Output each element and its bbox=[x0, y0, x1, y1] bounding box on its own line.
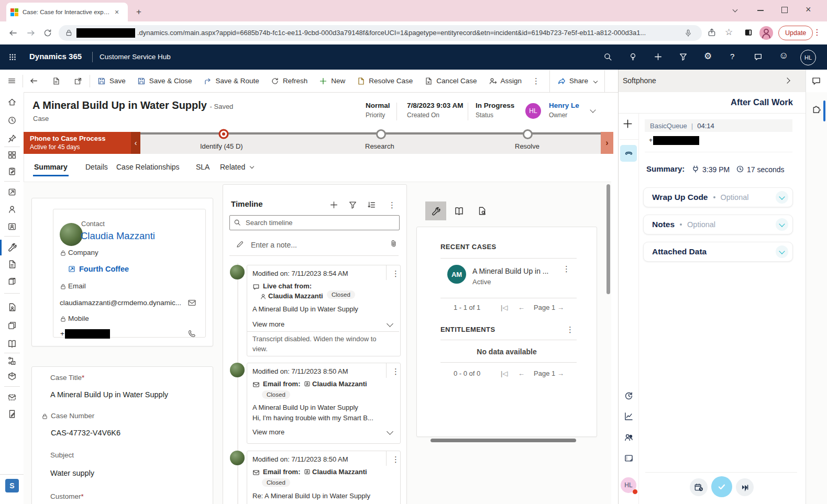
browser-reload-icon[interactable] bbox=[43, 28, 52, 38]
active-call-session-button[interactable] bbox=[620, 145, 637, 162]
tab-related-chevron-icon[interactable] bbox=[250, 164, 254, 169]
nav-connections-branch-icon[interactable] bbox=[7, 356, 17, 365]
horizontal-scrollbar[interactable] bbox=[431, 439, 576, 442]
window-menu-chevron-icon[interactable] bbox=[733, 5, 737, 13]
first-page-icon[interactable]: |◁ bbox=[501, 369, 508, 377]
browser-update-button[interactable]: Update bbox=[778, 26, 813, 40]
window-maximize-icon[interactable] bbox=[781, 7, 788, 13]
nav-mail-merge-icon[interactable] bbox=[7, 393, 17, 402]
prev-page-icon[interactable]: ← bbox=[518, 304, 525, 311]
entry-more-icon[interactable]: ⋮ bbox=[392, 367, 400, 375]
nav-library-books-icon[interactable] bbox=[7, 276, 17, 286]
pane-tab-similar-cases-wrench[interactable] bbox=[425, 201, 446, 220]
owner-link[interactable]: Henry Le bbox=[549, 102, 579, 109]
schedule-followup-button[interactable] bbox=[690, 478, 708, 496]
app-name[interactable]: Customer Service Hub bbox=[100, 53, 171, 61]
first-page-icon[interactable]: |◁ bbox=[501, 304, 508, 311]
chevron-down-icon[interactable] bbox=[776, 191, 788, 204]
add-session-plus-icon[interactable] bbox=[622, 118, 633, 129]
area-switcher-button[interactable]: S bbox=[5, 479, 19, 492]
feedback-chat-icon[interactable] bbox=[754, 52, 763, 61]
nav-dashboards-icon[interactable] bbox=[7, 150, 17, 160]
view-more-link[interactable]: View more bbox=[252, 428, 284, 436]
stage-identify-bullseye-icon[interactable] bbox=[217, 128, 230, 140]
call-phone-icon[interactable] bbox=[188, 329, 196, 338]
quick-create-plus-icon[interactable] bbox=[654, 52, 663, 61]
wrap-up-code-section[interactable]: Wrap Up Code Optional bbox=[643, 187, 793, 207]
tab-summary[interactable]: Summary bbox=[34, 163, 68, 171]
popout-icon[interactable] bbox=[74, 77, 82, 85]
window-minimize-icon[interactable] bbox=[757, 10, 764, 11]
timeline-add-plus-icon[interactable] bbox=[329, 200, 338, 209]
nav-accounts-icon[interactable] bbox=[7, 187, 17, 197]
attachment-paperclip-icon[interactable] bbox=[389, 239, 398, 248]
nav-articles-doc-icon[interactable] bbox=[7, 260, 17, 269]
url-bar[interactable]: .dynamics.com/main.aspx?appid=6685b74b-f… bbox=[59, 25, 702, 41]
sitemap-toggle-button[interactable] bbox=[7, 76, 16, 85]
nav-pinned-pin-icon[interactable] bbox=[7, 134, 17, 143]
recent-case-title[interactable]: A Mineral Build Up in ... bbox=[472, 267, 549, 275]
browser-profile-avatar[interactable] bbox=[759, 26, 773, 40]
process-scroll-left-button[interactable]: ‹ bbox=[131, 132, 140, 154]
company-link[interactable]: Fourth Coffee bbox=[79, 265, 129, 273]
save-and-close-button[interactable]: Save & Close bbox=[137, 77, 192, 85]
cancel-case-button[interactable]: Cancel Case bbox=[424, 77, 477, 85]
nav-recent-clock-icon[interactable] bbox=[7, 116, 17, 125]
timeline-entry[interactable]: Modified on: 7/11/2023 8:50 AM ⋮ Email f… bbox=[247, 363, 401, 444]
resolve-case-button[interactable]: Resolve Case bbox=[357, 77, 413, 85]
split-screen-icon[interactable] bbox=[744, 28, 753, 37]
user-avatar[interactable]: HL bbox=[800, 50, 816, 65]
case-title-value[interactable]: A Mineral Build Up in Water Supply bbox=[50, 390, 168, 399]
stage-research-circle-icon[interactable] bbox=[376, 129, 386, 139]
stage-research-label[interactable]: Research bbox=[365, 142, 394, 150]
new-button[interactable]: New bbox=[319, 77, 345, 85]
view-more-chevron-icon[interactable] bbox=[387, 320, 393, 327]
tab-case-relationships[interactable]: Case Relationships bbox=[116, 163, 180, 171]
nav-knowledge-book-icon[interactable] bbox=[7, 339, 17, 349]
help-icon[interactable]: ? bbox=[730, 52, 734, 61]
prev-page-icon[interactable]: ← bbox=[518, 369, 525, 377]
nav-pages-copy-icon[interactable] bbox=[7, 321, 17, 330]
stage-resolve-label[interactable]: Resolve bbox=[515, 142, 539, 150]
note-entry-field[interactable]: Enter a note... bbox=[251, 241, 297, 249]
conversations-chat-icon[interactable] bbox=[811, 76, 821, 86]
case-number-value[interactable]: CAS-47732-V4V6K6 bbox=[51, 429, 120, 437]
nav-social-profiles-icon[interactable] bbox=[7, 222, 17, 231]
stats-chart-icon[interactable] bbox=[624, 411, 634, 421]
owner-avatar[interactable]: HL bbox=[525, 103, 541, 119]
browser-tab[interactable]: Case: Case for Interactive experie × bbox=[6, 3, 128, 21]
settings-gear-icon[interactable]: ⚙ bbox=[704, 51, 712, 62]
process-scroll-right-button[interactable]: › bbox=[601, 132, 613, 154]
recent-case-more-icon[interactable]: ⋮ bbox=[563, 265, 570, 273]
browser-menu-icon[interactable]: ⋮ bbox=[813, 27, 821, 37]
assign-button[interactable]: Assign bbox=[489, 77, 522, 85]
next-page-icon[interactable]: → bbox=[557, 369, 564, 377]
url-text[interactable]: .dynamics.com/main.aspx?appid=6685b74b-f… bbox=[137, 29, 671, 37]
next-page-icon[interactable]: → bbox=[557, 304, 564, 311]
brand-title[interactable]: Dynamics 365 bbox=[29, 52, 82, 61]
timeline-entry[interactable]: Modified on: 7/11/2023 8:54 AM ⋮ Live ch… bbox=[247, 265, 401, 356]
contact-name-link[interactable]: Claudia Mazzanti bbox=[81, 230, 155, 242]
nav-contacts-person-icon[interactable] bbox=[7, 205, 17, 214]
window-close-icon[interactable]: × bbox=[806, 4, 811, 15]
send-email-icon[interactable] bbox=[188, 298, 196, 307]
save-and-route-button[interactable]: Save & Route bbox=[204, 77, 259, 85]
overflow-menu-icon[interactable]: ⋮ bbox=[532, 77, 540, 85]
header-expand-chevron-icon[interactable] bbox=[590, 107, 596, 113]
timeline-sort-icon[interactable] bbox=[367, 200, 376, 209]
filter-icon[interactable] bbox=[679, 52, 688, 61]
nav-activities-clipboard-icon[interactable] bbox=[7, 166, 17, 176]
vertical-scrollbar[interactable] bbox=[607, 184, 610, 294]
tab-details[interactable]: Details bbox=[85, 163, 108, 171]
pane-tab-doc-search[interactable] bbox=[471, 201, 492, 220]
apps-puzzle-icon[interactable] bbox=[811, 103, 822, 114]
view-more-link[interactable]: View more bbox=[252, 320, 284, 328]
refresh-button[interactable]: Refresh bbox=[271, 77, 307, 85]
nav-queues-doc-person-icon[interactable] bbox=[7, 303, 17, 312]
share-button[interactable]: Share bbox=[557, 77, 597, 85]
timeline-search-input[interactable] bbox=[229, 215, 400, 230]
timeline-entry[interactable]: Modified on: 7/11/2023 8:50 AM ⋮ Email f… bbox=[247, 451, 401, 504]
pane-tab-knowledge-book[interactable] bbox=[448, 201, 469, 220]
contact-photo[interactable] bbox=[60, 223, 83, 246]
view-more-chevron-icon[interactable] bbox=[387, 428, 393, 435]
